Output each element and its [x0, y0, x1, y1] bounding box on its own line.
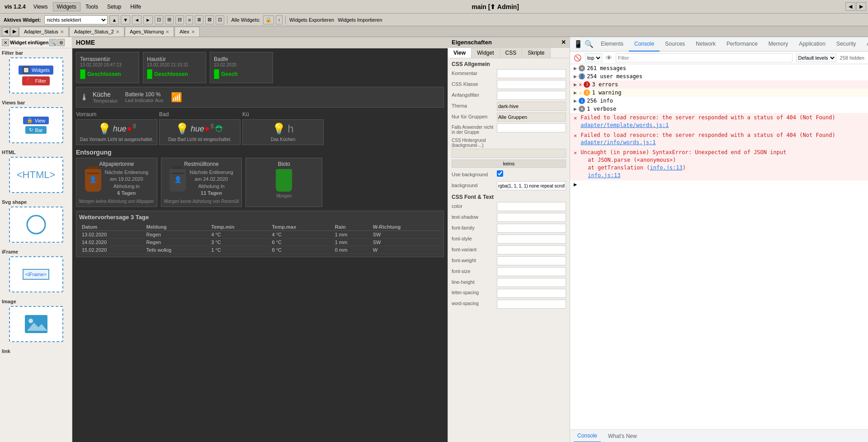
- error-link-3b[interactable]: info.js:13: [588, 172, 620, 179]
- props-tab-view[interactable]: View: [448, 48, 472, 58]
- props-input-background[interactable]: [497, 181, 566, 190]
- list-item[interactable]: ▶ 👤 254 user messages: [570, 72, 868, 80]
- props-input-color[interactable]: [497, 202, 566, 211]
- props-input-anwender[interactable]: [497, 123, 566, 132]
- devtools-console-content[interactable]: ▶ ≡ 261 messages ▶ 👤 254 user messages ▶…: [570, 64, 868, 429]
- properties-close-btn[interactable]: ✕: [561, 39, 566, 46]
- props-input-letter-spacing[interactable]: [497, 289, 566, 298]
- tab-nav-fwd[interactable]: ▶: [10, 27, 19, 36]
- tab-nav-back[interactable]: ◀: [2, 27, 10, 36]
- toolbar-btn-6[interactable]: ⊞: [165, 15, 174, 24]
- devtools-tab-sources[interactable]: Sources: [660, 37, 690, 52]
- devtools-bottom-tab-console[interactable]: Console: [574, 430, 601, 442]
- props-label-font-style: font-style: [452, 235, 497, 241]
- toolbar-btn-11[interactable]: ⊡: [216, 15, 224, 24]
- menu-views[interactable]: Views: [29, 2, 52, 11]
- list-item[interactable]: ▶ i 256 info: [570, 97, 868, 105]
- list-item[interactable]: ▶ ⚠ 1 1 warning: [570, 89, 868, 97]
- list-item[interactable]: ▶ ✕ 3 3 errors: [570, 80, 868, 89]
- tab-adapter-status-2[interactable]: Adapter_Status_2 ✕: [69, 27, 124, 37]
- nav-next-btn[interactable]: ▶: [856, 2, 866, 11]
- props-input-font-style[interactable]: [497, 235, 566, 244]
- toolbar-btn-2[interactable]: ▼: [121, 15, 130, 24]
- html-widget[interactable]: <HTML>: [9, 157, 63, 193]
- props-input-font-family[interactable]: [497, 224, 566, 233]
- sidebar-settings-icon[interactable]: ⚙: [57, 39, 65, 46]
- menu-setup[interactable]: Setup: [103, 2, 125, 11]
- props-none-btn[interactable]: keins: [452, 160, 566, 168]
- props-tab-css[interactable]: CSS: [500, 48, 523, 58]
- error-link-1[interactable]: adapter/template/words.js:1: [580, 122, 669, 128]
- props-input-font-variant[interactable]: [497, 245, 566, 254]
- menu-hilfe[interactable]: Hilfe: [126, 2, 145, 11]
- devtools-bottom-tab-whatsnew[interactable]: What's New: [604, 430, 641, 442]
- devtools-tab-security[interactable]: Security: [831, 37, 861, 52]
- devtools-tab-performance[interactable]: Performance: [721, 37, 763, 52]
- list-item[interactable]: ▶ ≡ 1 verbose: [570, 105, 868, 113]
- toolbar-btn-3[interactable]: ◄: [132, 15, 142, 24]
- devtools-filter-input[interactable]: [616, 53, 793, 62]
- export-btn[interactable]: ↑: [276, 15, 283, 24]
- error-link-3a[interactable]: info.js:13: [650, 165, 683, 171]
- props-input-kommentar[interactable]: [497, 69, 566, 78]
- devtools-tab-console[interactable]: Console: [629, 37, 660, 52]
- sidebar-x-btn[interactable]: ✕: [2, 39, 9, 46]
- devtools-clear-icon[interactable]: 🚫: [574, 54, 581, 61]
- toolbar-btn-9[interactable]: ≣: [195, 15, 203, 24]
- active-widget-select[interactable]: nichts selektiert: [44, 15, 108, 24]
- filter-bar-widget[interactable]: 🔲 Widgets 🚫 Filter: [9, 57, 63, 94]
- props-input-gruppen[interactable]: [497, 113, 566, 122]
- devtools-device-icon[interactable]: 📱: [574, 40, 583, 48]
- tab-alex[interactable]: Alex ✕: [175, 27, 199, 37]
- devtools-context-select[interactable]: top: [585, 53, 602, 62]
- views-bar-widget[interactable]: 🔒 View ↻ Bar: [9, 107, 63, 143]
- svg-widget[interactable]: [9, 207, 63, 243]
- props-input-font-weight[interactable]: [497, 256, 566, 265]
- wifi-item: 📶: [171, 92, 182, 103]
- props-input-font-size[interactable]: [497, 267, 566, 276]
- toolbar-btn-1[interactable]: ▲: [109, 15, 119, 24]
- devtools-tab-audits[interactable]: Audits: [861, 37, 868, 52]
- props-tab-widget[interactable]: Widget: [472, 48, 500, 58]
- bar-icon: ↻ Bar: [25, 126, 46, 134]
- props-input-text-shadow[interactable]: [497, 213, 566, 222]
- devtools-tab-network[interactable]: Network: [690, 37, 721, 52]
- nav-prev-btn[interactable]: ◀: [845, 2, 855, 11]
- list-item[interactable]: ▶ ≡ 261 messages: [570, 64, 868, 72]
- tab-close-0[interactable]: ✕: [60, 29, 64, 34]
- tab-adapter-status[interactable]: Adapter_Status ✕: [19, 27, 69, 37]
- sidebar-search-icon[interactable]: 🔍: [49, 39, 57, 46]
- tab-ages-warnung[interactable]: Ages_Warnung ✕: [125, 27, 174, 37]
- props-input-css-klasse[interactable]: [497, 80, 566, 89]
- toolbar-btn-10[interactable]: ⊠: [205, 15, 214, 24]
- devtools-tab-elements[interactable]: Elements: [595, 37, 629, 52]
- devtools-levels-select[interactable]: Default levels: [796, 53, 836, 62]
- props-row-word-spacing: word-spacing: [448, 299, 570, 310]
- devtools-tab-application[interactable]: Application: [793, 37, 831, 52]
- props-input-thema[interactable]: [497, 102, 566, 111]
- menu-tools[interactable]: Tools: [81, 2, 102, 11]
- props-input-word-spacing[interactable]: [497, 300, 566, 309]
- lock-btn[interactable]: 🔒: [263, 15, 274, 24]
- devtools-eye-icon[interactable]: 👁: [606, 54, 612, 61]
- tab-close-1[interactable]: ✕: [116, 29, 119, 34]
- iframe-widget[interactable]: <iFrame>: [9, 256, 63, 292]
- props-row-font-weight: font-weight: [448, 255, 570, 266]
- devtools-tab-memory[interactable]: Memory: [763, 37, 793, 52]
- props-checkbox-use-bg[interactable]: [497, 170, 503, 177]
- props-input-css-bg[interactable]: [452, 149, 566, 158]
- toolbar-btn-4[interactable]: ►: [143, 15, 153, 24]
- tab-close-3[interactable]: ✕: [191, 29, 195, 34]
- props-tab-skripte[interactable]: Skripte: [522, 48, 550, 58]
- devtools-expand-row[interactable]: ▶: [570, 180, 868, 188]
- toolbar-btn-5[interactable]: ⊡: [155, 15, 163, 24]
- image-widget[interactable]: [9, 306, 63, 342]
- error-link-2[interactable]: adapter/info/words.js:1: [580, 139, 656, 146]
- tab-close-2[interactable]: ✕: [165, 29, 169, 34]
- devtools-inspect-icon[interactable]: 🔍: [585, 40, 594, 48]
- toolbar-btn-8[interactable]: ≡: [186, 15, 193, 24]
- props-input-line-height[interactable]: [497, 278, 566, 287]
- props-input-anfangsfilter[interactable]: [497, 91, 566, 100]
- menu-widgets[interactable]: Widgets: [53, 2, 80, 11]
- toolbar-btn-7[interactable]: ⊟: [175, 15, 184, 24]
